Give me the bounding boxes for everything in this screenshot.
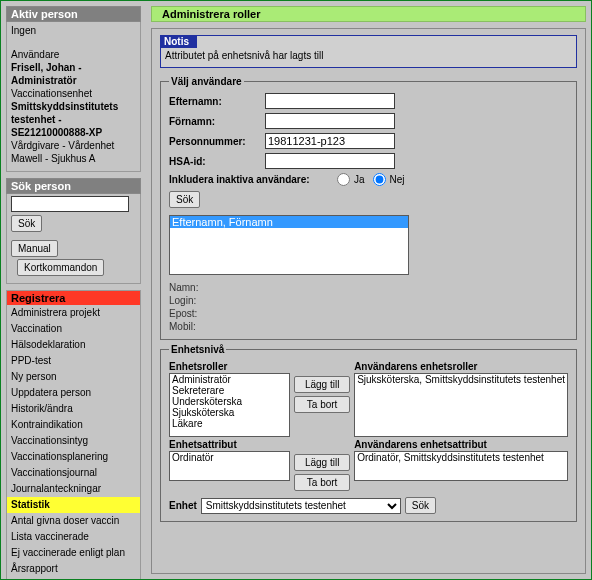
nav-item[interactable]: Journalanteckningar xyxy=(7,481,140,497)
main-panel: Notis Attributet på enhetsnivå har lagts… xyxy=(151,28,586,574)
manual-button[interactable]: Manual xyxy=(11,240,58,257)
roles-list[interactable]: AdministratörSekreterareUndersköterskaSj… xyxy=(169,373,290,437)
user-name: Frisell, Johan - Administratör xyxy=(11,62,82,86)
nav-item[interactable]: Vaccinationsplanering xyxy=(7,449,140,465)
search-person-button[interactable]: Sök xyxy=(11,215,42,232)
hsa-input[interactable] xyxy=(265,153,395,169)
enhet-fieldset: Enhetsnivå Enhetsroller AdministratörSek… xyxy=(160,344,577,522)
nav-item[interactable]: Historik/ändra xyxy=(7,401,140,417)
search-person-box: Sök Manual Kortkommandon xyxy=(6,194,141,284)
notice: Notis Attributet på enhetsnivå har lagts… xyxy=(160,35,577,68)
nav-header: Registrera xyxy=(7,291,140,305)
kortkommandon-button[interactable]: Kortkommandon xyxy=(17,259,104,276)
nav-item[interactable]: Antal givna doser vaccin xyxy=(7,513,140,529)
user-roles-label: Användarens enhetsroller xyxy=(354,361,568,372)
list-item[interactable]: Sjuksköterska xyxy=(170,407,289,418)
search-user-button[interactable]: Sök xyxy=(169,191,200,208)
personnummer-input[interactable] xyxy=(265,133,395,149)
user-attr-label: Användarens enhetsattribut xyxy=(354,439,568,450)
notice-header: Notis xyxy=(160,35,197,48)
user-attrs-list[interactable]: Ordinatör, Smittskyddsinstitutets testen… xyxy=(354,451,568,481)
nav-item[interactable]: Statistik xyxy=(7,497,140,513)
nav-item[interactable]: Uppdatera person xyxy=(7,385,140,401)
add-role-button[interactable]: Lägg till xyxy=(294,376,350,393)
nav-item[interactable]: Årsrapport xyxy=(7,561,140,577)
sidebar: Aktiv person Ingen Användare Frisell, Jo… xyxy=(6,6,141,574)
nav-item[interactable]: Ny person xyxy=(7,369,140,385)
remove-role-button[interactable]: Ta bort xyxy=(294,396,350,413)
list-item[interactable]: Ordinatör, Smittskyddsinstitutets testen… xyxy=(355,452,567,463)
nav-item[interactable]: Hälsodeklaration xyxy=(7,337,140,353)
login-label: Login: xyxy=(169,295,196,306)
personnummer-label: Personnummer: xyxy=(169,136,265,147)
search-user-legend: Välj användare xyxy=(169,76,244,87)
search-person-header: Sök person xyxy=(6,178,141,194)
user-label: Användare xyxy=(11,48,136,61)
enhet-search-button[interactable]: Sök xyxy=(405,497,436,514)
ja-label: Ja xyxy=(354,174,365,185)
list-item[interactable]: Undersköterska xyxy=(170,396,289,407)
active-person-value: Ingen xyxy=(11,24,136,37)
epost-label: Epost: xyxy=(169,308,197,319)
add-attr-button[interactable]: Lägg till xyxy=(294,454,350,471)
nav-item[interactable]: Lista vaccinerade xyxy=(7,529,140,545)
enhet-legend: Enhetsnivå xyxy=(169,344,226,355)
user-roles-list[interactable]: Sjuksköterska, Smittskyddsinstitutets te… xyxy=(354,373,568,437)
nej-label: Nej xyxy=(390,174,405,185)
active-person-box: Ingen Användare Frisell, Johan - Adminis… xyxy=(6,22,141,172)
hsa-label: HSA-id: xyxy=(169,156,265,167)
nav-item[interactable]: Vaccinationsjournal xyxy=(7,465,140,481)
vacc-unit-value: Smittskyddsinstitutets testenhet - SE212… xyxy=(11,101,118,138)
list-item[interactable]: Efternamn, Förnamn xyxy=(170,216,408,228)
nav-item[interactable]: Kontraindikation xyxy=(7,417,140,433)
nav-item[interactable]: PPD-test xyxy=(7,353,140,369)
page-title: Administrera roller xyxy=(151,6,586,22)
list-item[interactable]: Sjuksköterska, Smittskyddsinstitutets te… xyxy=(355,374,567,385)
vacc-unit-label: Vaccinationsenhet xyxy=(11,87,136,100)
enhet-label: Enhet xyxy=(169,500,197,511)
list-item[interactable]: Sekreterare xyxy=(170,385,289,396)
search-person-input[interactable] xyxy=(11,196,129,212)
nav-item[interactable]: Vaccinationsintyg xyxy=(7,433,140,449)
efternamn-label: Efternamn: xyxy=(169,96,265,107)
ja-radio[interactable] xyxy=(337,173,350,186)
include-inactive-label: Inkludera inaktiva användare: xyxy=(169,174,329,185)
attrs-list[interactable]: Ordinatör xyxy=(169,451,290,481)
fornamn-input[interactable] xyxy=(265,113,395,129)
found-users-list[interactable]: Efternamn, Förnamn xyxy=(169,215,409,275)
enhet-select[interactable]: Smittskyddsinstitutets testenhet xyxy=(201,498,401,514)
search-user-fieldset: Välj användare Efternamn: Förnamn: Perso… xyxy=(160,76,577,340)
list-item[interactable]: Ordinatör xyxy=(170,452,289,463)
care-value: Mawell - Sjukhus A xyxy=(11,152,136,165)
namn-label: Namn: xyxy=(169,282,198,293)
roles-label: Enhetsroller xyxy=(169,361,290,372)
nav-item[interactable]: Administrera projekt xyxy=(7,305,140,321)
notice-body: Attributet på enhetsnivå har lagts till xyxy=(161,50,576,61)
nav-item[interactable]: Ej vaccinerade enligt plan xyxy=(7,545,140,561)
care-label: Vårdgivare - Vårdenhet xyxy=(11,139,136,152)
main: Administrera roller Notis Attributet på … xyxy=(151,6,586,574)
attr-label: Enhetsattribut xyxy=(169,439,290,450)
efternamn-input[interactable] xyxy=(265,93,395,109)
nej-radio[interactable] xyxy=(373,173,386,186)
active-person-header: Aktiv person xyxy=(6,6,141,22)
fornamn-label: Förnamn: xyxy=(169,116,265,127)
nav: Registrera Administrera projektVaccinati… xyxy=(6,290,141,580)
nav-item[interactable]: Vaccination xyxy=(7,321,140,337)
remove-attr-button[interactable]: Ta bort xyxy=(294,474,350,491)
list-item[interactable]: Läkare xyxy=(170,418,289,429)
mobil-label: Mobil: xyxy=(169,321,196,332)
list-item[interactable]: Administratör xyxy=(170,374,289,385)
